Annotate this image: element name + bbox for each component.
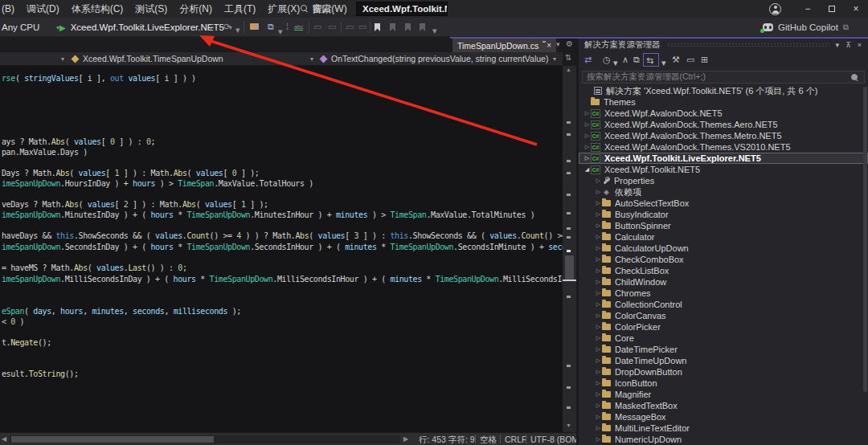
indent-icon[interactable]: ▭ bbox=[346, 22, 354, 32]
spell-check-icon[interactable]: abc bbox=[294, 24, 303, 31]
tree-row[interactable]: ▷C#Xceed.Wpf.AvalonDock.Themes.Aero.NET5 bbox=[579, 119, 868, 130]
switch-views-icon[interactable]: ⇄ bbox=[584, 55, 592, 65]
panel-header[interactable]: 解决方案资源管理器 ▾ ⊼ × bbox=[579, 39, 868, 51]
tree-chevron-icon[interactable]: ◢ bbox=[583, 166, 591, 173]
tree-row[interactable]: ▷CheckListBox bbox=[579, 265, 868, 276]
add-new-item-icon[interactable]: ⊞ bbox=[701, 55, 708, 65]
tree-chevron-icon[interactable]: ▷ bbox=[583, 155, 591, 161]
tree-chevron-icon[interactable]: ▷ bbox=[583, 133, 591, 139]
title-search-box[interactable]: Xceed.Wpf.Toolkit.NET5 bbox=[356, 2, 448, 16]
start-debugging-button[interactable]: ▶ Xceed.Wpf.Toolkit.LiveExplorer.NET5 ▾ bbox=[59, 19, 232, 35]
tree-row[interactable]: ▷MessageBox bbox=[579, 411, 868, 423]
tree-chevron-icon[interactable]: ▷ bbox=[595, 200, 602, 206]
horizontal-scrollbar[interactable] bbox=[10, 435, 400, 443]
tree-row[interactable]: ▷AutoSelectTextBox bbox=[579, 198, 868, 209]
chevron-down-icon[interactable]: ▾ bbox=[613, 58, 618, 68]
tree-row[interactable]: ▷CollectionControl bbox=[579, 299, 868, 310]
tree-chevron-icon[interactable]: ▷ bbox=[595, 346, 602, 353]
tree-chevron-icon[interactable]: ▷ bbox=[595, 189, 602, 195]
docwell-gear-icon[interactable]: ⚙ bbox=[566, 39, 573, 48]
breadcrumb-member[interactable]: OnTextChanged(string previousValue, stri… bbox=[331, 54, 548, 63]
tree-chevron-icon[interactable]: ▷ bbox=[595, 178, 602, 184]
tab-close-icon[interactable]: × bbox=[547, 41, 551, 50]
minimize-button[interactable]: − bbox=[796, 0, 820, 18]
chevron-down-icon[interactable]: ▾ bbox=[61, 55, 64, 63]
tree-chevron-icon[interactable]: ▷ bbox=[595, 222, 602, 229]
collapse-all-icon[interactable]: ∧ bbox=[622, 55, 628, 65]
tree-row[interactable]: ▷BusyIndicator bbox=[579, 209, 868, 220]
tree-chevron-icon[interactable]: ▷ bbox=[595, 425, 602, 431]
panel-menu-icon[interactable]: ▾ bbox=[836, 41, 840, 49]
scroll-left-icon[interactable]: ◀ bbox=[2, 435, 6, 443]
tab-timespanupdown[interactable]: TimeSpanUpDown.cs × bbox=[452, 39, 556, 52]
horizontal-scrollbar-thumb[interactable] bbox=[11, 436, 214, 443]
tree-chevron-icon[interactable]: ▷ bbox=[595, 312, 602, 319]
tree-row[interactable]: ▷CalculatorUpDown bbox=[579, 243, 868, 254]
menu-item[interactable]: 测试(S) bbox=[135, 2, 167, 16]
account-avatar[interactable] bbox=[769, 3, 781, 15]
tree-chevron-icon[interactable]: ▷ bbox=[595, 391, 602, 398]
comment-icon[interactable]: ▭ bbox=[313, 22, 321, 32]
tree-chevron-icon[interactable]: ▷ bbox=[595, 380, 602, 386]
menu-item[interactable]: (B) bbox=[2, 3, 14, 14]
tree-row[interactable]: ▷CheckComboBox bbox=[579, 254, 868, 265]
chevron-down-icon[interactable]: ▾ bbox=[553, 55, 556, 63]
tree-chevron-icon[interactable]: ▷ bbox=[595, 301, 602, 308]
tree-scrollbar-thumb[interactable] bbox=[863, 87, 867, 392]
tree-row[interactable]: ▷Chromes bbox=[579, 288, 868, 299]
platform-combo[interactable]: Any CPU ▾ bbox=[0, 20, 59, 35]
chevron-down-icon[interactable]: ▾ bbox=[310, 55, 313, 63]
find-in-files-icon[interactable] bbox=[250, 22, 259, 31]
tree-row[interactable]: ▷C#Xceed.Wpf.AvalonDock.NET5 bbox=[579, 108, 868, 119]
tree-chevron-icon[interactable]: ▷ bbox=[595, 234, 602, 240]
tree-chevron-icon[interactable]: ▷ bbox=[595, 324, 602, 330]
menu-item[interactable]: 体系结构(C) bbox=[72, 2, 124, 16]
tree-row[interactable]: ▷Magnifier bbox=[579, 389, 868, 400]
menu-item[interactable]: 工具(T) bbox=[224, 2, 256, 16]
live-visual-tree-icon[interactable]: ⧉ bbox=[268, 22, 274, 32]
maximize-button[interactable] bbox=[820, 0, 844, 18]
tree-row[interactable]: ▷Core bbox=[579, 333, 868, 344]
toggle-bookmark-icon[interactable] bbox=[375, 23, 380, 31]
tree-chevron-icon[interactable]: ▷ bbox=[583, 121, 591, 128]
solution-search-input[interactable]: 搜索解决方案资源管理器(Ctrl+;) bbox=[582, 71, 865, 84]
start-without-debugging-icon[interactable]: ▷ bbox=[207, 22, 214, 32]
hot-reload-icon[interactable]: ⟳ bbox=[223, 22, 231, 32]
scroll-right-icon[interactable]: ▶ bbox=[403, 435, 408, 443]
tree-chevron-icon[interactable]: ▷ bbox=[595, 414, 602, 420]
share-icon[interactable]: ⧉ bbox=[843, 22, 849, 32]
scroll-up-icon[interactable]: ▲ bbox=[566, 67, 571, 72]
tree-row[interactable]: ▷C#Xceed.Wpf.Toolkit.LiveExplorer.NET5 bbox=[579, 153, 868, 164]
tree-row[interactable]: ▷MaskedTextBox bbox=[579, 400, 868, 411]
tree-chevron-icon[interactable]: ▷ bbox=[595, 267, 602, 274]
tree-row[interactable]: ▷NumericUpDown bbox=[579, 434, 868, 445]
tree-row[interactable]: ▷MultiLineTextEditor bbox=[579, 423, 868, 434]
github-copilot-button[interactable]: GitHub Copilot ⧉ bbox=[763, 19, 849, 35]
tree-row[interactable]: Themes bbox=[579, 96, 868, 108]
code-editor[interactable]: rse( stringValues[ i ], out values[ i ] … bbox=[0, 66, 563, 432]
tree-chevron-icon[interactable]: ▷ bbox=[595, 279, 602, 285]
tree-row[interactable]: ▷DateTimeUpDown bbox=[579, 355, 868, 366]
scroll-down-icon[interactable]: ▼ bbox=[566, 423, 571, 428]
tree-chevron-icon[interactable]: ▷ bbox=[595, 436, 602, 443]
menu-item[interactable]: 调试(D) bbox=[27, 2, 59, 16]
tree-row[interactable]: ▷◈依赖项 bbox=[579, 186, 868, 198]
uncomment-icon[interactable]: ▭ bbox=[328, 22, 336, 32]
next-bookmark-icon[interactable] bbox=[405, 23, 411, 31]
tree-row[interactable]: ◢C#Xceed.Wpf.Toolkit.NET5 bbox=[579, 164, 868, 175]
tree-row[interactable]: ▷ColorPicker bbox=[579, 321, 868, 333]
clear-bookmarks-icon[interactable] bbox=[420, 23, 425, 31]
tree-chevron-icon[interactable]: ▷ bbox=[595, 245, 602, 251]
show-whitespace-icon[interactable]: ⁞ bbox=[286, 22, 289, 31]
breadcrumb-class[interactable]: Xceed.Wpf.Toolkit.TimeSpanUpDown bbox=[83, 54, 223, 63]
search-menu[interactable]: 搜索 ▾ bbox=[301, 0, 339, 18]
tree-chevron-icon[interactable]: ▷ bbox=[595, 256, 602, 263]
tree-chevron-icon[interactable]: ▷ bbox=[583, 110, 591, 116]
tree-row[interactable]: ▷Calculator bbox=[579, 231, 868, 243]
tree-row[interactable]: ▷ChildWindow bbox=[579, 276, 868, 288]
chevron-down-icon[interactable]: ▾ bbox=[235, 25, 240, 35]
panel-close-icon[interactable]: × bbox=[858, 41, 862, 49]
tree-chevron-icon[interactable]: ▷ bbox=[595, 211, 602, 218]
copy-path-icon[interactable]: ⧉ bbox=[633, 55, 640, 65]
split-editor-grip[interactable]: ⇅ bbox=[565, 53, 571, 62]
